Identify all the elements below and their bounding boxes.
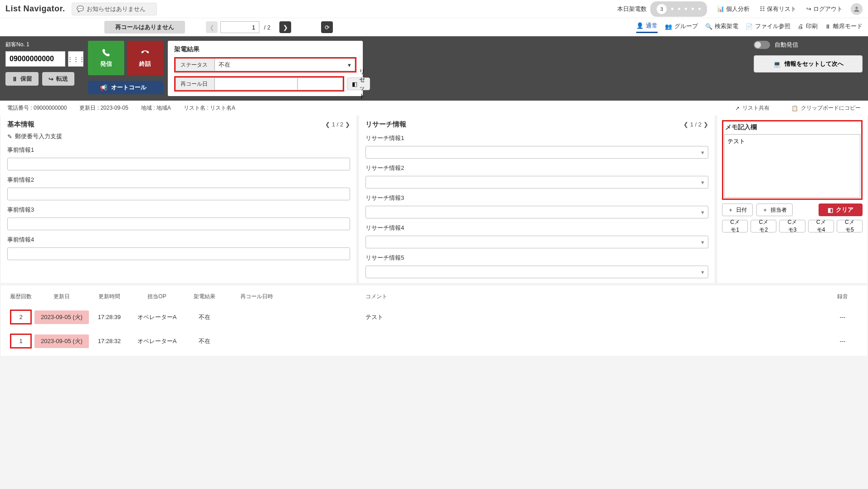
meta-update: 更新日 : 2023-09-05 (79, 104, 128, 112)
mode-away-tab[interactable]: ⏸ 離席モード (825, 22, 863, 32)
cmemo-4-button[interactable]: Cメモ4 (808, 220, 834, 232)
cmemo-5-button[interactable]: Cメモ5 (837, 220, 863, 232)
call-label: 発信 (100, 60, 112, 68)
megaphone-icon: 📢 (100, 84, 107, 91)
call-result-card: 架電結果 ステータス 不在 ▾ 再コール日 ◧ リセット (168, 41, 363, 96)
reset-button[interactable]: ◧ リセット (347, 77, 370, 90)
mode-file-label: ファイル参照 (755, 22, 790, 30)
research-title: リサーチ情報 (366, 120, 406, 129)
basic-pager: 1 / 2 (332, 121, 343, 128)
recall-time-input[interactable] (297, 77, 343, 90)
add-date-button[interactable]: ＋日付 (722, 203, 753, 216)
pre-info-3-input[interactable] (7, 218, 350, 230)
memo-textarea[interactable] (724, 134, 860, 198)
auto-dial-toggle[interactable] (754, 41, 770, 49)
chart-icon: 📊 (717, 5, 724, 12)
basic-info-title: 基本情報 (7, 120, 34, 129)
history-table: 履歴回数 更新日 更新時間 担当OP 架電結果 再コール日時 コメント 録音 2… (1, 286, 867, 356)
mode-print-tab[interactable]: 🖨 印刷 (798, 22, 818, 32)
phone-input[interactable] (5, 51, 65, 67)
recall-date-input[interactable] (215, 77, 297, 90)
chevron-down-icon: ▾ (701, 179, 704, 186)
dot-icon (678, 8, 680, 10)
pre-info-2-input[interactable] (7, 188, 350, 200)
add-date-label: 日付 (736, 206, 747, 214)
memo-title: メモ記入欄 (724, 122, 860, 134)
mode-group-label: グループ (674, 22, 698, 30)
set-next-button[interactable]: 💻 情報をセットして次へ (754, 55, 863, 73)
dialpad-button[interactable]: ⋮⋮⋮ (68, 51, 83, 67)
status-select[interactable]: 不在 ▾ (215, 58, 355, 71)
next-page-button[interactable]: ❯ (279, 21, 291, 33)
postal-helper[interactable]: ✎ 郵便番号入力支援 (7, 132, 350, 140)
chevron-left-icon[interactable]: ❮ (325, 121, 330, 128)
research-4-select[interactable]: ▾ (366, 236, 708, 248)
row-count: 2 (10, 310, 32, 324)
clear-label: クリア (836, 206, 853, 214)
refresh-button[interactable]: ⟳ (321, 21, 333, 33)
eraser-icon: ◧ (352, 81, 357, 87)
list-icon: ☷ (760, 5, 765, 12)
transfer-button[interactable]: ↪転送 (42, 72, 74, 86)
research-5-select[interactable]: ▾ (366, 266, 708, 278)
logout-link[interactable]: ↪ ログアウト (806, 5, 843, 13)
mode-away-label: 離席モード (833, 22, 863, 30)
list-share-label: リスト共有 (742, 104, 770, 112)
dial-count-value: 3 (657, 4, 667, 14)
clipboard-icon: 📋 (791, 105, 798, 111)
recall-date-label: 再コール日 (176, 77, 215, 90)
dot-icon (692, 8, 694, 10)
row-op: オペレーターA (130, 337, 184, 345)
research-2-select[interactable]: ▾ (366, 176, 708, 189)
clipboard-copy-button[interactable]: 📋 クリップボードにコピー (791, 104, 861, 112)
mode-normal-tab[interactable]: 👤 通常 (636, 22, 658, 33)
phone-icon (102, 48, 111, 57)
logout-icon: ↪ (806, 5, 811, 12)
hold-button[interactable]: ⏸保留 (5, 72, 39, 86)
list-share-button[interactable]: ↗ リスト共有 (735, 104, 770, 112)
saved-list-link[interactable]: ☷ 保有リスト (760, 5, 796, 13)
mode-search-tab[interactable]: 🔍 検索架電 (705, 22, 738, 32)
person-icon (853, 5, 860, 13)
notify-box[interactable]: 💬 お知らせはありません (72, 3, 157, 15)
col-rec: 録音 (824, 293, 861, 300)
cmemo-1-button[interactable]: Cメモ1 (722, 220, 748, 232)
basic-info-panel: 基本情報 ❮ 1 / 2 ❯ ✎ 郵便番号入力支援 事前情報1 事前情報2 事前… (1, 116, 357, 283)
edit-icon: ✎ (7, 133, 12, 140)
notify-text: お知らせはありません (87, 5, 146, 13)
call-button[interactable]: 発信 (88, 41, 124, 75)
pre-info-1-input[interactable] (7, 158, 350, 170)
mode-file-tab[interactable]: 📄 ファイル参照 (746, 22, 790, 32)
print-icon: 🖨 (798, 23, 804, 30)
research-3-select[interactable]: ▾ (366, 206, 708, 218)
personal-analysis-link[interactable]: 📊 個人分析 (717, 5, 750, 13)
mode-print-label: 印刷 (806, 22, 818, 30)
clear-button[interactable]: ◧クリア (819, 203, 863, 216)
chevron-left-icon[interactable]: ❮ (683, 121, 688, 128)
mode-group-tab[interactable]: 👥 グループ (665, 22, 698, 32)
pre-info-4-input[interactable] (7, 247, 350, 260)
prev-page-button[interactable]: ❮ (206, 21, 218, 33)
status-row: ステータス 不在 ▾ (174, 57, 356, 73)
cmemo-3-button[interactable]: Cメモ3 (779, 220, 805, 232)
user-avatar[interactable] (851, 3, 863, 15)
row-rec: --- (824, 338, 861, 344)
auto-call-button[interactable]: 📢 オートコール (88, 81, 163, 94)
reset-label: リセット (359, 68, 365, 100)
memo-panel: メモ記入欄 ＋日付 ＋担当者 ◧クリア Cメモ1 Cメモ2 Cメモ3 Cメモ4 … (717, 116, 867, 283)
transfer-label: 転送 (56, 75, 68, 83)
dot-icon (685, 8, 687, 10)
add-staff-button[interactable]: ＋担当者 (756, 203, 793, 216)
row-comment: テスト (288, 313, 824, 321)
table-row: 2 2023-09-05 (火) 17:28:39 オペレーターA 不在 テスト… (5, 305, 863, 329)
hangup-button[interactable]: 終話 (127, 41, 163, 75)
pause-icon: ⏸ (825, 23, 831, 30)
page-input[interactable] (220, 21, 259, 33)
person-icon: 👤 (636, 22, 644, 29)
chevron-right-icon[interactable]: ❯ (345, 121, 350, 128)
col-recall: 再コール日時 (225, 293, 288, 300)
research-1-select[interactable]: ▾ (366, 146, 708, 159)
col-comment: コメント (288, 293, 824, 300)
chevron-right-icon[interactable]: ❯ (703, 121, 708, 128)
cmemo-2-button[interactable]: Cメモ2 (751, 220, 776, 232)
